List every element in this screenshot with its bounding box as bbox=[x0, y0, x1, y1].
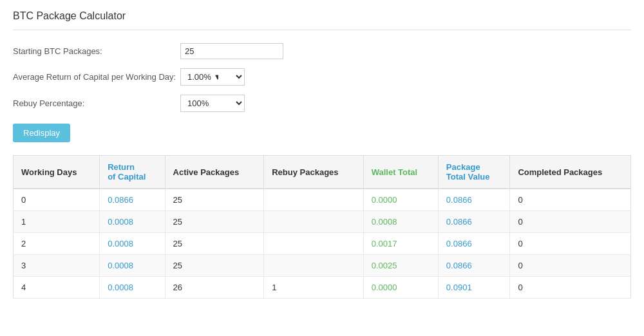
table-row: 20.0008250.00170.08660 bbox=[14, 233, 631, 255]
table-cell bbox=[264, 211, 364, 233]
table-cell: 0 bbox=[510, 255, 631, 277]
page-container: BTC Package Calculator Starting BTC Pack… bbox=[0, 0, 644, 309]
table-cell: 0.0017 bbox=[363, 233, 438, 255]
table-cell: 3 bbox=[14, 255, 100, 277]
table-cell: 0 bbox=[510, 211, 631, 233]
table-cell: 0.0008 bbox=[100, 233, 165, 255]
table-cell: 0.0008 bbox=[100, 277, 165, 299]
table-cell: 0.0866 bbox=[438, 189, 510, 211]
table-cell: 4 bbox=[14, 277, 100, 299]
table-cell bbox=[264, 233, 364, 255]
table-cell: 0 bbox=[510, 277, 631, 299]
table-cell bbox=[264, 189, 364, 211]
table-cell: 0 bbox=[510, 189, 631, 211]
table-header-row: Working Days Returnof Capital Active Pac… bbox=[14, 156, 631, 189]
table-cell: 0.0008 bbox=[363, 211, 438, 233]
table-cell: 25 bbox=[165, 189, 264, 211]
table-cell: 1 bbox=[264, 277, 364, 299]
table-cell: 25 bbox=[165, 211, 264, 233]
table-cell: 0.0000 bbox=[363, 277, 438, 299]
table-cell: 0.0000 bbox=[363, 189, 438, 211]
col-header-return-of-capital: Returnof Capital bbox=[100, 156, 165, 189]
col-header-active-packages: Active Packages bbox=[165, 156, 264, 189]
table-cell: 0.0008 bbox=[100, 255, 165, 277]
table-cell: 0.0901 bbox=[438, 277, 510, 299]
col-header-completed-packages: Completed Packages bbox=[510, 156, 631, 189]
table-cell: 25 bbox=[165, 255, 264, 277]
table-cell bbox=[264, 255, 364, 277]
table-row: 40.00082610.00000.09010 bbox=[14, 277, 631, 299]
table-cell: 0.0866 bbox=[438, 211, 510, 233]
col-header-rebuy-packages: Rebuy Packages bbox=[264, 156, 364, 189]
table-cell: 0.0025 bbox=[363, 255, 438, 277]
starting-packages-input[interactable] bbox=[180, 43, 283, 59]
table-cell: 0.0866 bbox=[438, 255, 510, 277]
table-cell: 0 bbox=[510, 233, 631, 255]
table-cell: 0.0008 bbox=[100, 211, 165, 233]
table-row: 00.0866250.00000.08660 bbox=[14, 189, 631, 211]
table-cell: 26 bbox=[165, 277, 264, 299]
data-table: Working Days Returnof Capital Active Pac… bbox=[13, 155, 631, 299]
rebuy-percentage-row: Rebuy Percentage: 100% 75% 50% 25% 0% bbox=[13, 95, 631, 112]
rebuy-percentage-label: Rebuy Percentage: bbox=[13, 98, 180, 108]
return-rate-row: Average Return of Capital per Working Da… bbox=[13, 68, 631, 86]
table-row: 30.0008250.00250.08660 bbox=[14, 255, 631, 277]
table-row: 10.0008250.00080.08660 bbox=[14, 211, 631, 233]
table-cell: 0 bbox=[14, 189, 100, 211]
table-cell: 0.0866 bbox=[100, 189, 165, 211]
return-rate-select[interactable]: 1.00% ▼ 1.50% 2.00% 0.50% bbox=[180, 68, 245, 86]
col-header-working-days: Working Days bbox=[14, 156, 100, 189]
form-section: Starting BTC Packages: Average Return of… bbox=[13, 43, 631, 142]
starting-packages-row: Starting BTC Packages: bbox=[13, 43, 631, 59]
redisplay-button[interactable]: Redisplay bbox=[13, 124, 70, 142]
starting-packages-label: Starting BTC Packages: bbox=[13, 46, 180, 56]
table-cell: 1 bbox=[14, 211, 100, 233]
page-title: BTC Package Calculator bbox=[13, 10, 631, 30]
col-header-package-total-value: PackageTotal Value bbox=[438, 156, 510, 189]
table-cell: 2 bbox=[14, 233, 100, 255]
col-header-wallet-total: Wallet Total bbox=[363, 156, 438, 189]
rebuy-percentage-select[interactable]: 100% 75% 50% 25% 0% bbox=[180, 95, 245, 112]
return-rate-label: Average Return of Capital per Working Da… bbox=[13, 72, 180, 82]
table-cell: 25 bbox=[165, 233, 264, 255]
table-cell: 0.0866 bbox=[438, 233, 510, 255]
table-section: Working Days Returnof Capital Active Pac… bbox=[13, 155, 631, 299]
